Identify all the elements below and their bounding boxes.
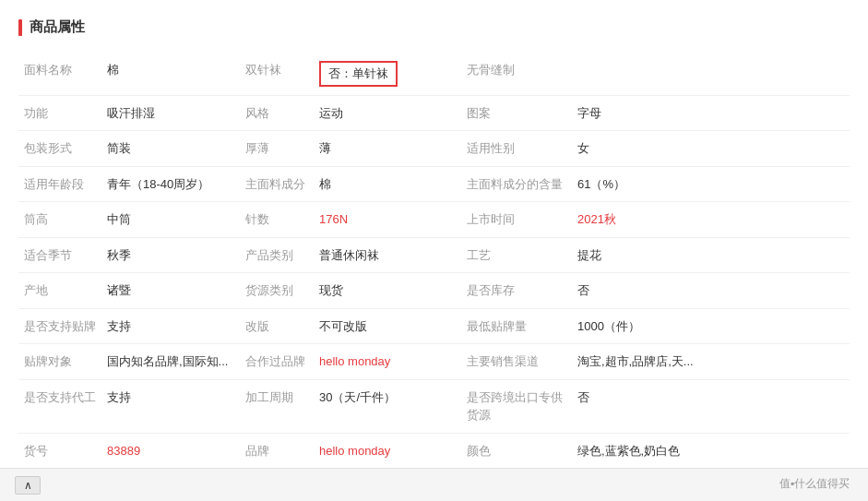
attr-value-2: 176N xyxy=(314,202,461,238)
attr-label-3: 主要销售渠道 xyxy=(461,344,572,380)
attr-label-3: 适用性别 xyxy=(461,131,572,167)
attr-value-3: 提花 xyxy=(572,237,850,273)
table-row: 是否支持贴牌支持改版不可改版最低贴牌量1000（件） xyxy=(18,308,850,344)
table-row: 贴牌对象国内知名品牌,国际知...合作过品牌hello monday主要销售渠道… xyxy=(18,344,850,380)
attr-value-3: 否 xyxy=(572,273,850,309)
attr-value-1: 棉 xyxy=(101,53,240,95)
attr-value-3: 2021秋 xyxy=(572,202,850,238)
table-row: 适用年龄段青年（18-40周岁）主面料成分棉主面料成分的含量61（%） xyxy=(18,166,850,202)
attr-value-1: 支持 xyxy=(101,308,240,344)
table-row: 适合季节秋季产品类别普通休闲袜工艺提花 xyxy=(18,237,850,273)
table-row: 面料名称棉双针袜否：单针袜无骨缝制 xyxy=(18,53,850,95)
attr-label-1: 是否支持代工 xyxy=(18,379,101,433)
attr-value-2: 不可改版 xyxy=(314,308,461,344)
attr-label-3: 上市时间 xyxy=(461,202,572,238)
attr-label-2: 改版 xyxy=(240,308,314,344)
attr-label-3: 无骨缝制 xyxy=(461,53,572,95)
attr-label-1: 产地 xyxy=(18,273,101,309)
attr-value-1[interactable]: 83889 xyxy=(101,433,240,469)
attr-value-1: 吸汗排湿 xyxy=(101,95,240,131)
page-container: 商品属性 面料名称棉双针袜否：单针袜无骨缝制功能吸汗排湿风格运动图案字母包装形式… xyxy=(0,0,868,501)
attributes-table: 面料名称棉双针袜否：单针袜无骨缝制功能吸汗排湿风格运动图案字母包装形式简装厚薄薄… xyxy=(18,53,850,501)
attr-value-2: 现货 xyxy=(314,273,461,309)
attr-label-2: 货源类别 xyxy=(240,273,314,309)
attr-label-1: 包装形式 xyxy=(18,131,101,167)
attr-label-3: 工艺 xyxy=(461,237,572,273)
scroll-up-button[interactable]: ∧ xyxy=(15,476,41,495)
attr-value-2: 否：单针袜 xyxy=(314,53,461,95)
attr-label-3: 颜色 xyxy=(461,433,572,469)
attr-value-2: 30（天/千件） xyxy=(314,379,461,433)
attr-value-2: 普通休闲袜 xyxy=(314,237,461,273)
attr-value-1: 支持 xyxy=(101,379,240,433)
attr-label-1: 筒高 xyxy=(18,202,101,238)
attr-label-1: 功能 xyxy=(18,95,101,131)
attr-value-3: 女 xyxy=(572,131,850,167)
section-title: 商品属性 xyxy=(30,18,85,36)
attr-label-2: 合作过品牌 xyxy=(240,344,314,380)
attr-value-1: 简装 xyxy=(101,131,240,167)
attr-value-1: 中筒 xyxy=(101,202,240,238)
attr-value-3: 1000（件） xyxy=(572,308,850,344)
table-row: 是否支持代工支持加工周期30（天/千件）是否跨境出口专供货源否 xyxy=(18,379,850,433)
table-row: 产地诸暨货源类别现货是否库存否 xyxy=(18,273,850,309)
table-row: 包装形式简装厚薄薄适用性别女 xyxy=(18,131,850,167)
attr-label-3: 是否库存 xyxy=(461,273,572,309)
accent-bar xyxy=(18,19,22,36)
attr-label-1: 货号 xyxy=(18,433,101,469)
attr-label-3: 主面料成分的含量 xyxy=(461,166,572,202)
attr-value-1: 国内知名品牌,国际知... xyxy=(101,344,240,380)
attr-label-3: 图案 xyxy=(461,95,572,131)
attr-label-2: 针数 xyxy=(240,202,314,238)
attr-label-1: 是否支持贴牌 xyxy=(18,308,101,344)
attr-value-2[interactable]: hello monday xyxy=(314,433,461,469)
attr-value-1: 诸暨 xyxy=(101,273,240,309)
attr-label-3: 是否跨境出口专供货源 xyxy=(461,379,572,433)
attr-label-2: 风格 xyxy=(240,95,314,131)
attr-label-1: 适合季节 xyxy=(18,237,101,273)
attr-value-3: 字母 xyxy=(572,95,850,131)
table-row: 货号83889品牌hello monday颜色绿色,蓝紫色,奶白色 xyxy=(18,433,850,469)
attr-label-1: 贴牌对象 xyxy=(18,344,101,380)
attr-label-2: 产品类别 xyxy=(240,237,314,273)
attr-label-2: 双针袜 xyxy=(240,53,314,95)
table-row: 筒高中筒针数176N上市时间2021秋 xyxy=(18,202,850,238)
attr-value-3: 绿色,蓝紫色,奶白色 xyxy=(572,433,850,469)
attr-value-2[interactable]: hello monday xyxy=(314,344,461,380)
attr-value-3: 淘宝,超市,品牌店,天... xyxy=(572,344,850,380)
table-row: 功能吸汗排湿风格运动图案字母 xyxy=(18,95,850,131)
attr-label-1: 适用年龄段 xyxy=(18,166,101,202)
attr-label-2: 厚薄 xyxy=(240,131,314,167)
section-title-bar: 商品属性 xyxy=(18,18,850,36)
attr-label-1: 面料名称 xyxy=(18,53,101,95)
attr-label-2: 加工周期 xyxy=(240,379,314,433)
attr-value-3: 61（%） xyxy=(572,166,850,202)
attr-value-1: 秋季 xyxy=(101,237,240,273)
attr-value-2: 棉 xyxy=(314,166,461,202)
watermark-text: 值▪什么值得买 xyxy=(779,476,850,492)
attr-value-3 xyxy=(572,53,850,95)
attr-value-2: 薄 xyxy=(314,131,461,167)
attr-value-1: 青年（18-40周岁） xyxy=(101,166,240,202)
attr-value-3: 否 xyxy=(572,379,850,433)
attr-label-3: 最低贴牌量 xyxy=(461,308,572,344)
attr-label-2: 主面料成分 xyxy=(240,166,314,202)
attr-label-2: 品牌 xyxy=(240,433,314,469)
attr-value-2: 运动 xyxy=(314,95,461,131)
bottom-bar: ∧ 值▪什么值得买 xyxy=(0,468,868,501)
